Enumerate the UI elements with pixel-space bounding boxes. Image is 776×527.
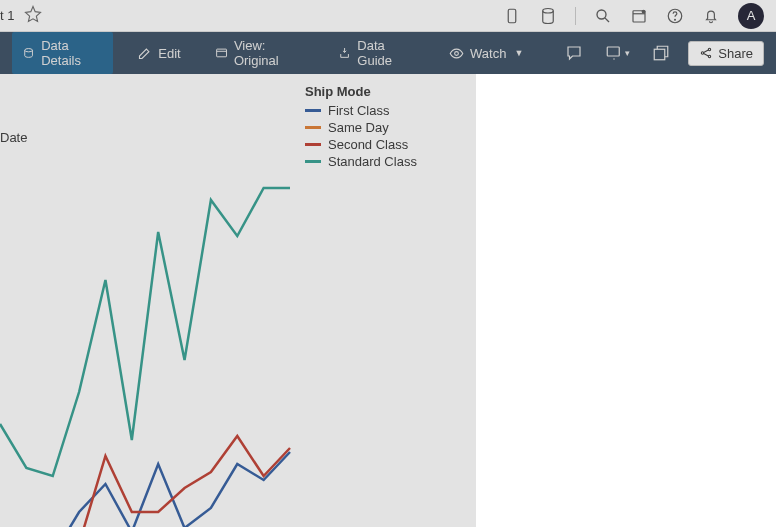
svg-point-17 bbox=[526, 416, 535, 420]
app-header: t 1 A bbox=[0, 0, 776, 32]
workbook-label: Workbook bbox=[491, 234, 581, 249]
view-label: View: Original bbox=[234, 38, 304, 68]
legend-swatch bbox=[305, 109, 321, 112]
warning-icon: ⚠ bbox=[490, 327, 503, 343]
viz-canvas[interactable]: Date Ship Mode First ClassSame DaySecond… bbox=[0, 74, 476, 527]
legend-label: Standard Class bbox=[328, 154, 417, 169]
database-icon bbox=[591, 455, 607, 474]
svg-point-18 bbox=[594, 456, 603, 460]
data-source-link[interactable]: Orders (superstore) bbox=[547, 417, 669, 432]
author-label: Author bbox=[491, 276, 581, 291]
refreshed-label: Last Refreshed bbox=[491, 480, 591, 495]
svg-point-6 bbox=[675, 19, 676, 20]
datasource-icon bbox=[523, 415, 539, 434]
search-icon[interactable] bbox=[594, 7, 612, 25]
divider bbox=[477, 366, 776, 367]
workbook-link[interactable]: Ship Mode by Month bbox=[581, 234, 708, 249]
data-details-label: Data Details bbox=[41, 38, 103, 68]
viz-toolbar: Data Details Edit View: Original Data Gu… bbox=[0, 32, 776, 74]
data-details-panel: Data Details ✕ Views of this sheet 5 0 V… bbox=[476, 74, 776, 527]
line-chart bbox=[0, 184, 290, 527]
connects-to-value[interactable]: superstore bbox=[613, 457, 680, 472]
views-sparkline: 5 0 bbox=[491, 144, 761, 206]
svg-point-9 bbox=[455, 51, 459, 55]
legend-item[interactable]: First Class bbox=[305, 103, 417, 118]
spark-max: 5 bbox=[750, 145, 756, 157]
views-heading: Views of this sheet bbox=[491, 121, 762, 136]
legend-item[interactable]: Standard Class bbox=[305, 154, 417, 169]
svg-point-4 bbox=[642, 9, 646, 13]
svg-point-12 bbox=[702, 52, 704, 54]
data-guide-label: Data Guide bbox=[357, 38, 415, 68]
download-icon[interactable]: ▾ bbox=[601, 40, 634, 66]
legend-swatch bbox=[305, 143, 321, 146]
device-preview-icon[interactable] bbox=[503, 7, 521, 25]
data-quality-warning[interactable]: ⚠ 2 data quality warnings bbox=[477, 320, 776, 350]
svg-rect-11 bbox=[655, 49, 666, 60]
legend-label: Second Class bbox=[328, 137, 408, 152]
data-sources-heading: Data Sources (1) bbox=[491, 383, 762, 398]
author-link[interactable]: admin bbox=[581, 276, 619, 291]
legend-item[interactable]: Second Class bbox=[305, 137, 417, 152]
watch-label: Watch bbox=[470, 46, 506, 61]
close-icon[interactable]: ✕ bbox=[749, 82, 764, 100]
modified-value: Aug 25, 2022, 4:49 PM bbox=[581, 297, 714, 312]
legend-swatch bbox=[305, 126, 321, 129]
calendar-add-icon[interactable] bbox=[630, 7, 648, 25]
edit-label: Edit bbox=[158, 46, 180, 61]
svg-point-1 bbox=[543, 8, 554, 13]
watch-button[interactable]: Watch▼ bbox=[439, 40, 533, 67]
favorite-star-icon[interactable] bbox=[24, 5, 42, 26]
spark-subtitle: Views over last 12 weeks bbox=[491, 208, 761, 220]
svg-rect-0 bbox=[508, 9, 516, 23]
refreshed-value: Live Connection bbox=[591, 480, 692, 495]
comment-icon[interactable] bbox=[561, 40, 587, 66]
legend: Ship Mode First ClassSame DaySecond Clas… bbox=[305, 84, 417, 171]
svg-rect-10 bbox=[608, 47, 620, 56]
view-button[interactable]: View: Original bbox=[205, 32, 314, 74]
legend-label: Same Day bbox=[328, 120, 389, 135]
share-button[interactable]: Share bbox=[688, 41, 764, 66]
project-label: Project bbox=[491, 255, 581, 270]
svg-point-13 bbox=[709, 48, 711, 50]
panel-title: Data Details bbox=[489, 83, 565, 99]
project-link[interactable]: Default bbox=[581, 255, 625, 270]
connects-to-label: Connects to bbox=[491, 457, 591, 472]
edit-button[interactable]: Edit bbox=[127, 40, 190, 67]
svg-point-2 bbox=[597, 10, 606, 19]
data-guide-button[interactable]: Data Guide bbox=[328, 32, 425, 74]
data-source-item[interactable]: ⚠ Orders (superstore) bbox=[491, 406, 762, 443]
svg-rect-8 bbox=[216, 49, 226, 57]
warning-text: 2 data quality warnings bbox=[511, 328, 644, 343]
legend-swatch bbox=[305, 160, 321, 163]
share-label: Share bbox=[718, 46, 753, 61]
database-header-icon[interactable] bbox=[539, 7, 557, 25]
svg-point-14 bbox=[709, 55, 711, 57]
sheet-tab-label[interactable]: t 1 bbox=[0, 8, 14, 23]
axis-label: Date bbox=[0, 130, 27, 145]
notifications-icon[interactable] bbox=[702, 7, 720, 25]
data-details-button[interactable]: Data Details bbox=[12, 32, 113, 74]
modified-label: Modified bbox=[491, 297, 581, 312]
warning-icon: ⚠ bbox=[502, 417, 515, 433]
fullscreen-icon[interactable] bbox=[648, 40, 674, 66]
legend-title: Ship Mode bbox=[305, 84, 417, 99]
spark-min: 0 bbox=[496, 192, 502, 204]
legend-item[interactable]: Same Day bbox=[305, 120, 417, 135]
header-divider bbox=[575, 7, 576, 25]
svg-point-7 bbox=[25, 48, 33, 51]
user-avatar[interactable]: A bbox=[738, 3, 764, 29]
help-icon[interactable] bbox=[666, 7, 684, 25]
legend-label: First Class bbox=[328, 103, 389, 118]
